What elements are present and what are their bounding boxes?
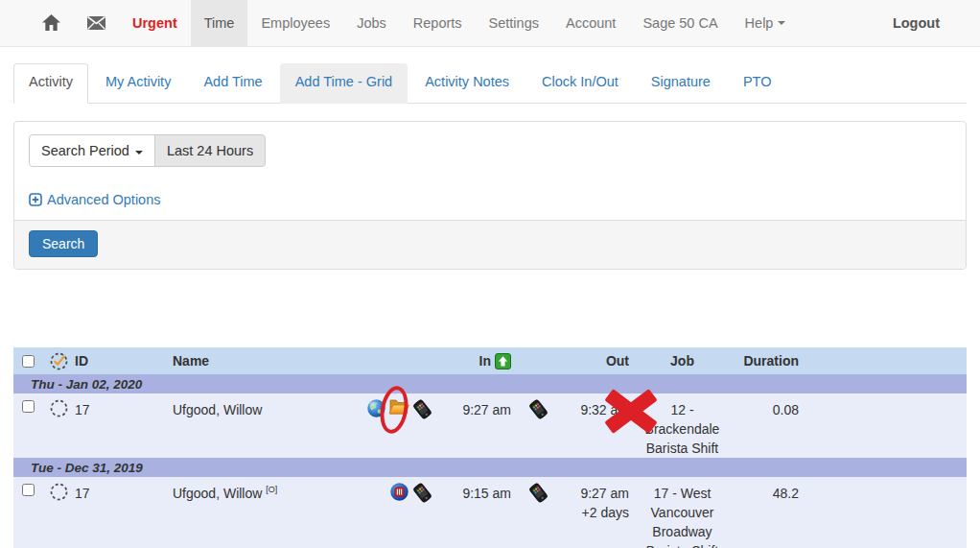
mobile-phone-icon[interactable] bbox=[527, 482, 549, 504]
group-header-row: Tue - Dec 31, 2019 bbox=[13, 458, 967, 477]
timeclock-icon[interactable] bbox=[389, 482, 409, 502]
cell-id: 17 bbox=[75, 477, 161, 503]
nav-item-sage-50-ca[interactable]: Sage 50 CA bbox=[629, 0, 731, 46]
row-status-cell bbox=[42, 477, 75, 502]
messages-button[interactable] bbox=[74, 0, 119, 46]
cell-in-time: 9:27 am bbox=[445, 393, 517, 419]
mail-icon bbox=[87, 16, 105, 30]
row-select-cell bbox=[13, 477, 42, 496]
dashed-circle-icon bbox=[49, 482, 69, 502]
tab-pto[interactable]: PTO bbox=[728, 63, 787, 104]
nav-item-account[interactable]: Account bbox=[552, 0, 629, 46]
search-period-group: Search Period Last 24 Hours bbox=[29, 134, 266, 167]
cell-job: 17 - West Vancouver Broadway Barista Shi… bbox=[637, 477, 728, 548]
nav-item-help[interactable]: Help bbox=[732, 0, 800, 46]
select-all-cell bbox=[13, 355, 42, 368]
row-status-cell bbox=[42, 393, 75, 418]
search-panel-body: Search Period Last 24 Hours Advanced Opt… bbox=[14, 122, 966, 220]
name-suffix-flag: [O] bbox=[266, 485, 277, 494]
select-all-checkbox[interactable] bbox=[22, 355, 35, 368]
punch-row[interactable]: 17 Ufgood, Willow bbox=[13, 393, 967, 458]
tab-add-time-grid[interactable]: Add Time - Grid bbox=[280, 63, 408, 104]
cell-duration: 0.08 bbox=[728, 393, 812, 419]
clock-check-icon bbox=[49, 351, 69, 371]
sort-up-icon[interactable] bbox=[495, 353, 511, 369]
mobile-phone-icon[interactable] bbox=[411, 482, 433, 504]
tab-clock-in-out[interactable]: Clock In/Out bbox=[526, 63, 634, 104]
logout-button[interactable]: Logout bbox=[879, 0, 953, 46]
header-status-cell[interactable] bbox=[42, 351, 75, 371]
search-panel-footer: Search bbox=[14, 220, 966, 269]
cell-out-time: 9:27 am +2 days bbox=[560, 477, 637, 522]
search-period-value-button[interactable]: Last 24 Hours bbox=[154, 134, 266, 167]
search-button[interactable]: Search bbox=[29, 230, 98, 257]
cell-duration: 48.2 bbox=[728, 477, 812, 503]
time-subtabs: Activity My Activity Add Time Add Time -… bbox=[13, 63, 967, 104]
header-name[interactable]: Name bbox=[161, 353, 316, 369]
advanced-options-toggle[interactable]: Advanced Options bbox=[29, 190, 951, 209]
folder-icon[interactable] bbox=[388, 398, 409, 417]
header-job[interactable]: Job bbox=[637, 353, 728, 369]
cell-job: 12 - Brackendale Barista Shift bbox=[637, 393, 728, 458]
header-in-label: In bbox=[479, 353, 491, 369]
out-time-note: +2 days bbox=[560, 503, 629, 522]
header-in[interactable]: In bbox=[445, 353, 517, 369]
search-period-label: Search Period bbox=[41, 143, 129, 158]
cell-punch-icons bbox=[316, 477, 445, 504]
row-checkbox[interactable] bbox=[22, 484, 35, 496]
tab-signature[interactable]: Signature bbox=[636, 63, 726, 104]
dashed-circle-icon bbox=[49, 398, 69, 418]
cell-in-time: 9:15 am bbox=[445, 477, 517, 503]
cell-id: 17 bbox=[75, 393, 161, 419]
cell-out-time: 9:32 am bbox=[560, 393, 637, 419]
plus-box-icon bbox=[29, 193, 42, 206]
nav-item-reports[interactable]: Reports bbox=[400, 0, 476, 46]
search-panel: Search Period Last 24 Hours Advanced Opt… bbox=[13, 121, 967, 270]
cell-punch-icons bbox=[316, 393, 445, 420]
nav-item-time[interactable]: Time bbox=[191, 0, 248, 46]
advanced-options-label: Advanced Options bbox=[47, 190, 161, 209]
help-label: Help bbox=[745, 15, 774, 31]
header-out[interactable]: Out bbox=[560, 353, 637, 369]
header-id[interactable]: ID bbox=[75, 353, 161, 369]
caret-down-icon bbox=[778, 21, 785, 25]
nav-item-jobs[interactable]: Jobs bbox=[343, 0, 400, 46]
out-time: 9:27 am bbox=[580, 486, 629, 501]
employee-name: Ufgood, Willow bbox=[173, 486, 262, 501]
caret-down-icon bbox=[135, 151, 143, 155]
row-checkbox[interactable] bbox=[22, 400, 35, 413]
tab-add-time[interactable]: Add Time bbox=[188, 63, 277, 104]
top-navigation: Urgent Time Employees Jobs Reports Setti… bbox=[0, 0, 980, 47]
web-browser-icon[interactable] bbox=[366, 398, 386, 418]
home-icon bbox=[42, 14, 60, 32]
mobile-phone-icon[interactable] bbox=[411, 398, 433, 420]
cell-in-source bbox=[517, 477, 560, 504]
search-period-dropdown[interactable]: Search Period bbox=[29, 134, 155, 167]
table-header-row: ID Name In Out Job Duration bbox=[13, 347, 967, 374]
mobile-phone-icon[interactable] bbox=[527, 398, 549, 420]
row-select-cell bbox=[13, 393, 42, 413]
nav-item-settings[interactable]: Settings bbox=[476, 0, 552, 46]
header-duration[interactable]: Duration bbox=[728, 353, 812, 369]
group-header-row: Thu - Jan 02, 2020 bbox=[13, 374, 967, 393]
nav-item-urgent[interactable]: Urgent bbox=[119, 0, 191, 46]
cell-name: Ufgood, Willow bbox=[161, 393, 316, 419]
home-button[interactable] bbox=[29, 0, 74, 46]
punch-results-table: ID Name In Out Job Duration Thu - Jan 02… bbox=[13, 347, 967, 548]
tab-activity-notes[interactable]: Activity Notes bbox=[409, 63, 525, 104]
tab-my-activity[interactable]: My Activity bbox=[90, 63, 186, 104]
cell-in-source bbox=[517, 393, 560, 420]
tab-activity[interactable]: Activity bbox=[13, 63, 88, 104]
nav-item-employees[interactable]: Employees bbox=[247, 0, 343, 46]
cell-name: Ufgood, Willow [O] bbox=[161, 477, 316, 503]
punch-row[interactable]: 17 Ufgood, Willow [O] bbox=[13, 477, 967, 548]
